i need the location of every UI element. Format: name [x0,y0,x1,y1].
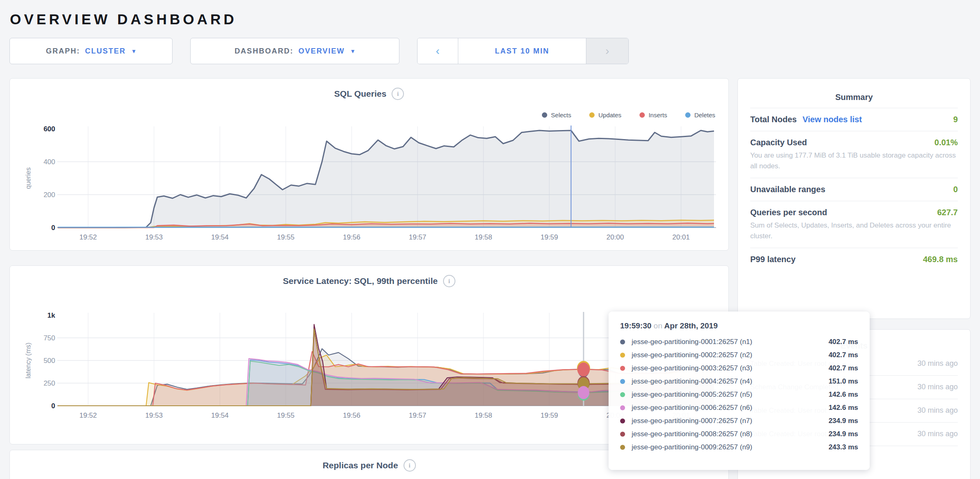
node-color-dot-icon [620,392,625,397]
svg-text:19:53: 19:53 [145,412,163,419]
node-name: jesse-geo-partitioning-0006:26257 (n6) [632,404,752,412]
overview-dashboard-page: { "page": {"title": "OVERVIEW DASHBOARD"… [0,0,980,479]
svg-text:20:01: 20:01 [672,233,690,241]
graph-dropdown-label: GRAPH: [46,47,80,56]
sql-queries-chart[interactable]: 020040060019:5219:5319:5419:5519:5619:57… [10,79,728,250]
dashboard-dropdown-label: DASHBOARD: [235,47,294,56]
tooltip-node-row: jesse-geo-partitioning-0002:26257 (n2)40… [620,349,858,362]
summary-label: Total Nodes [750,115,797,124]
summary-value: 627.7 [937,208,958,217]
svg-text:19:57: 19:57 [409,233,427,241]
node-color-dot-icon [620,432,625,437]
graph-dropdown[interactable]: GRAPH: CLUSTER ▾ [9,38,173,64]
summary-panel: Summary Total Nodes View nodes list 9 Ca… [737,78,971,319]
tooltip-node-row: jesse-geo-partitioning-0001:26257 (n1)40… [620,335,858,349]
tooltip-node-row: jesse-geo-partitioning-0004:26257 (n4)15… [620,375,858,388]
node-color-dot-icon [620,339,625,344]
node-color-dot-icon [620,419,625,423]
svg-text:queries: queries [25,167,32,189]
chevron-right-icon: › [605,44,609,58]
node-latency-value: 402.7 ms [828,351,858,359]
dashboard-dropdown[interactable]: DASHBOARD: OVERVIEW ▾ [190,38,399,64]
node-name: jesse-geo-partitioning-0005:26257 (n5) [632,391,752,399]
summary-row-capacity-used: Capacity Used 0.01% You are using 177.7 … [750,131,958,178]
svg-text:400: 400 [44,158,55,166]
svg-text:19:56: 19:56 [343,412,361,419]
node-latency-value: 402.7 ms [828,364,858,372]
summary-value: 469.8 ms [923,255,958,264]
chevron-left-icon: ‹ [436,44,439,58]
svg-text:19:59: 19:59 [541,412,558,419]
tooltip-rows: jesse-geo-partitioning-0001:26257 (n1)40… [620,335,858,454]
svg-text:750: 750 [44,334,55,342]
tooltip-node-row: jesse-geo-partitioning-0007:26257 (n7)23… [620,414,858,428]
svg-text:250: 250 [44,379,55,387]
tooltip-date: Apr 28th, 2019 [664,321,718,330]
page-title: OVERVIEW DASHBOARD [10,11,237,28]
node-latency-value: 151.0 ms [828,377,858,386]
svg-text:19:53: 19:53 [145,233,163,241]
summary-row-unavailable-ranges: Unavailable ranges 0 [750,178,958,201]
summary-label: Capacity Used [750,138,807,147]
svg-text:19:52: 19:52 [79,233,97,241]
svg-text:19:54: 19:54 [211,412,229,419]
summary-label: Unavailable ranges [750,185,825,194]
replicas-per-node-title: Replicas per Node [322,460,398,470]
summary-row-p99-latency: P99 latency 469.8 ms [750,248,958,271]
node-color-dot-icon [620,445,625,450]
chevron-down-icon: ▾ [351,48,355,54]
time-range-picker: ‹ LAST 10 MIN › [417,38,629,64]
svg-text:600: 600 [44,125,55,133]
node-latency-value: 142.6 ms [828,404,858,412]
time-range-label: LAST 10 MIN [495,47,549,56]
summary-label: Queries per second [750,208,827,217]
svg-text:0: 0 [51,402,55,410]
tooltip-time: 19:59:30 [620,321,651,330]
view-nodes-list-link[interactable]: View nodes list [803,115,862,124]
tooltip-timestamp: 19:59:30 on Apr 28th, 2019 [620,321,858,330]
time-range-button[interactable]: LAST 10 MIN [458,38,586,64]
node-latency-value: 234.9 ms [828,430,858,438]
time-next-button[interactable]: › [586,38,628,64]
event-time: 30 mins ago [912,381,958,393]
time-prev-button[interactable]: ‹ [418,38,458,64]
svg-text:latency (ms): latency (ms) [25,342,32,378]
node-name: jesse-geo-partitioning-0008:26257 (n8) [632,430,752,438]
svg-text:19:55: 19:55 [277,412,295,419]
chart-hover-tooltip: 19:59:30 on Apr 28th, 2019 jesse-geo-par… [609,312,870,470]
svg-text:20:00: 20:00 [607,233,624,241]
svg-text:19:54: 19:54 [211,233,229,241]
node-name: jesse-geo-partitioning-0009:26257 (n9) [632,443,752,451]
node-name: jesse-geo-partitioning-0007:26257 (n7) [632,417,752,425]
event-time: 30 mins ago [912,405,958,416]
info-icon[interactable]: i [404,459,416,472]
svg-text:19:56: 19:56 [343,233,361,241]
svg-text:19:57: 19:57 [409,412,427,419]
svg-text:19:58: 19:58 [475,412,492,419]
node-latency-value: 234.9 ms [828,417,858,425]
tooltip-node-row: jesse-geo-partitioning-0005:26257 (n5)14… [620,388,858,401]
event-time: 30 mins ago [912,428,958,440]
node-name: jesse-geo-partitioning-0002:26257 (n2) [632,351,752,359]
svg-text:19:59: 19:59 [541,233,558,241]
summary-value: 9 [953,115,958,124]
node-latency-value: 402.7 ms [828,338,858,346]
summary-row-total-nodes: Total Nodes View nodes list 9 [750,108,958,131]
svg-text:19:58: 19:58 [475,233,492,241]
node-name: jesse-geo-partitioning-0004:26257 (n4) [632,377,752,386]
tooltip-node-row: jesse-geo-partitioning-0008:26257 (n8)23… [620,428,858,441]
svg-text:1k: 1k [47,312,55,319]
svg-text:19:52: 19:52 [79,412,97,419]
node-color-dot-icon [620,379,625,384]
event-time: 30 mins ago [912,358,958,370]
tooltip-node-row: jesse-geo-partitioning-0009:26257 (n9)24… [620,441,858,454]
svg-text:500: 500 [44,357,55,365]
summary-title: Summary [750,89,958,108]
node-color-dot-icon [620,366,625,371]
node-name: jesse-geo-partitioning-0003:26257 (n3) [632,364,752,372]
svg-text:19:55: 19:55 [277,233,295,241]
summary-desc: Sum of Selects, Updates, Inserts, and De… [750,220,958,241]
node-name: jesse-geo-partitioning-0001:26257 (n1) [632,338,752,346]
node-latency-value: 243.3 ms [828,443,858,451]
dashboard-dropdown-value: OVERVIEW [299,47,345,56]
